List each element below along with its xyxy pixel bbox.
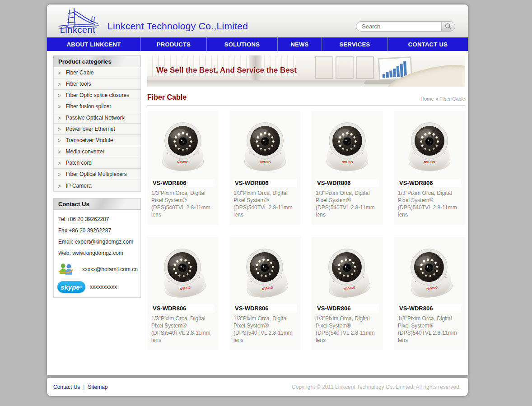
logo-wordmark: Linkcent [52, 25, 103, 35]
contact-line: Fax:+86 20 39262287 [58, 227, 138, 234]
product-image[interactable]: OSHAN [233, 114, 297, 177]
sidebar-category-item[interactable]: > Power over Ethernet [54, 124, 140, 135]
product-name[interactable]: VS-WDR806 [398, 304, 461, 313]
chevron-right-icon: > [58, 115, 61, 121]
skype-logo-icon: skype® [57, 281, 85, 293]
product-name[interactable]: VS-WDR806 [233, 304, 297, 313]
contact-box: Tel:+86 20 39262287 Fax:+86 20 39262287 … [53, 210, 141, 298]
product-name[interactable]: VS-WDR806 [316, 304, 379, 313]
company-logo[interactable]: Linkcent [52, 6, 103, 36]
nav-item[interactable]: CONTACT US [387, 37, 468, 51]
contact-line: Web: www.kingdomgz.com [58, 250, 138, 256]
product-name[interactable]: VS-WDR806 [233, 179, 297, 187]
msn-row: xxxxx@hotamil.com.cn [58, 262, 138, 277]
banner-doors [315, 56, 374, 79]
msn-account: xxxxx@hotamil.com.cn [82, 266, 138, 272]
categories-header: Product categories [53, 55, 141, 67]
product-description: 1/3"Pixim Orca, Digital Pixel System® (D… [316, 189, 379, 218]
product-image[interactable]: OSHAN [316, 239, 379, 302]
category-label: Fiber Optic splice closures [65, 92, 129, 98]
product-card[interactable]: OSHAN VS-WDR806 1/3"Pixim Orca, Digital … [229, 237, 301, 350]
product-description: 1/3"Pixim Orca, Digital Pixel System® (D… [233, 189, 297, 218]
product-card[interactable]: OSHAN VS-WDR806 1/3"Pixim Orca, Digital … [394, 111, 465, 225]
contact-line: Tel:+86 20 39262287 [58, 216, 138, 222]
category-label: Fiber fusion splicer [65, 103, 111, 110]
main-panel: We Sell the Best, And Service the Best F… [147, 55, 465, 350]
contact-lines: Tel:+86 20 39262287 Fax:+86 20 39262287 … [57, 216, 138, 256]
nav-item[interactable]: SERVICES [322, 37, 387, 51]
dome-camera-icon: OSHAN [401, 239, 458, 304]
product-image[interactable]: OSHAN [151, 114, 215, 177]
contact-panel: Contact Us Tel:+86 20 39262287 Fax:+86 2… [53, 198, 141, 298]
nav-item[interactable]: PRODUCTS [140, 37, 206, 51]
sidebar-category-item[interactable]: > Fiber tools [54, 78, 140, 90]
product-card[interactable]: OSHAN VS-WDR806 1/3"Pixim Orca, Digital … [147, 111, 219, 225]
sidebar-category-item[interactable]: > Media converter [54, 146, 140, 157]
sidebar-category-item[interactable]: > Fiber Optic splice closures [54, 90, 140, 101]
site-footer: Contact Us|Sitemap Copyright © 2011 Link… [47, 378, 468, 396]
product-image[interactable]: OSHAN [233, 239, 297, 302]
search-button[interactable] [441, 22, 455, 31]
contact-header: Contact Us [53, 198, 141, 210]
sidebar-category-item[interactable]: > Passive Optical Network [54, 112, 140, 124]
product-name[interactable]: VS-WDR806 [398, 179, 461, 187]
product-name[interactable]: VS-WDR806 [151, 179, 215, 187]
title-row: Fiber Cable Home > Fiber Cable [147, 93, 465, 106]
site-header: Linkcent Linkcent Technology Co.,Limited [47, 5, 468, 37]
content-area: Product categories > Fiber Cable > Fiber… [47, 51, 468, 350]
category-label: Fiber Optical Multiplexers [65, 171, 126, 177]
sidebar-category-item[interactable]: > Patch cord [54, 157, 140, 169]
sidebar-category-item[interactable]: > Fiber fusion splicer [54, 101, 140, 112]
dome-camera-icon: OSHAN [154, 239, 212, 304]
category-label: IP Camera [65, 183, 91, 189]
product-image[interactable]: OSHAN [398, 239, 461, 302]
footer-links: Contact Us|Sitemap [53, 384, 108, 390]
chevron-right-icon: > [58, 103, 61, 110]
product-image[interactable]: OSHAN [151, 239, 215, 302]
company-name: Linkcent Technology Co.,Limited [107, 21, 248, 32]
product-card[interactable]: OSHAN VS-WDR806 1/3"Pixim Orca, Digital … [394, 237, 465, 350]
product-description: 1/3"Pixim Orca, Digital Pixel System® (D… [398, 315, 461, 344]
nav-item[interactable]: ABOUT LINKCENT [47, 37, 140, 51]
category-label: Transceiver Module [65, 137, 113, 143]
product-card[interactable]: OSHAN VS-WDR806 1/3"Pixim Orca, Digital … [312, 237, 383, 350]
chevron-right-icon: > [58, 81, 61, 87]
category-list: > Fiber Cable > Fiber tools > Fiber Opti… [53, 67, 141, 192]
product-grid: OSHAN VS-WDR806 1/3"Pixim Orca, Digital … [147, 111, 465, 350]
product-card[interactable]: OSHAN VS-WDR806 1/3"Pixim Orca, Digital … [147, 237, 219, 350]
sidebar-category-item[interactable]: > Fiber Cable [54, 67, 140, 78]
hero-banner: We Sell the Best, And Service the Best [147, 55, 465, 87]
sidebar-category-item[interactable]: > Transceiver Module [54, 135, 140, 146]
sidebar-category-item[interactable]: > Fiber Optical Multiplexers [54, 169, 140, 180]
dome-camera-icon: OSHAN [319, 239, 376, 304]
dome-camera-icon: OSHAN [240, 115, 290, 175]
nav-item[interactable]: NEWS [277, 37, 322, 51]
product-card[interactable]: OSHAN VS-WDR806 1/3"Pixim Orca, Digital … [312, 111, 383, 225]
product-image[interactable]: OSHAN [316, 114, 379, 177]
product-description: 1/3"Pixim Orca, Digital Pixel System® (D… [398, 189, 461, 218]
footer-link-sitemap[interactable]: Sitemap [88, 384, 107, 390]
sidebar-category-item[interactable]: > IP Camera [54, 180, 140, 191]
copyright-notice: Copyright © 2011 Linkcent Technology Co.… [292, 384, 461, 390]
category-label: Fiber tools [65, 81, 91, 87]
breadcrumb[interactable]: Home > Fiber Cable [420, 96, 465, 102]
magnifier-icon [444, 23, 452, 30]
product-name[interactable]: VS-WDR806 [316, 179, 379, 187]
category-label: Passive Optical Network [65, 115, 124, 121]
chevron-right-icon: > [58, 69, 61, 76]
svg-text:OSHAN: OSHAN [424, 161, 435, 164]
category-label: Fiber Cable [65, 69, 93, 76]
product-card[interactable]: OSHAN VS-WDR806 1/3"Pixim Orca, Digital … [229, 111, 301, 225]
chevron-right-icon: > [58, 148, 61, 155]
sidebar: Product categories > Fiber Cable > Fiber… [53, 55, 141, 350]
banner-slogan: We Sell the Best, And Service the Best [156, 66, 297, 75]
search-input[interactable] [356, 22, 441, 31]
chevron-right-icon: > [58, 182, 61, 189]
product-image[interactable]: OSHAN [398, 114, 461, 177]
footer-link-contact-us[interactable]: Contact Us [53, 384, 80, 390]
product-name[interactable]: VS-WDR806 [151, 304, 215, 313]
category-label: Patch cord [65, 160, 91, 166]
svg-text:OSHAN: OSHAN [177, 161, 189, 164]
nav-item[interactable]: SOLUTIONS [206, 37, 277, 51]
product-description: 1/3"Pixim Orca, Digital Pixel System® (D… [316, 315, 379, 344]
